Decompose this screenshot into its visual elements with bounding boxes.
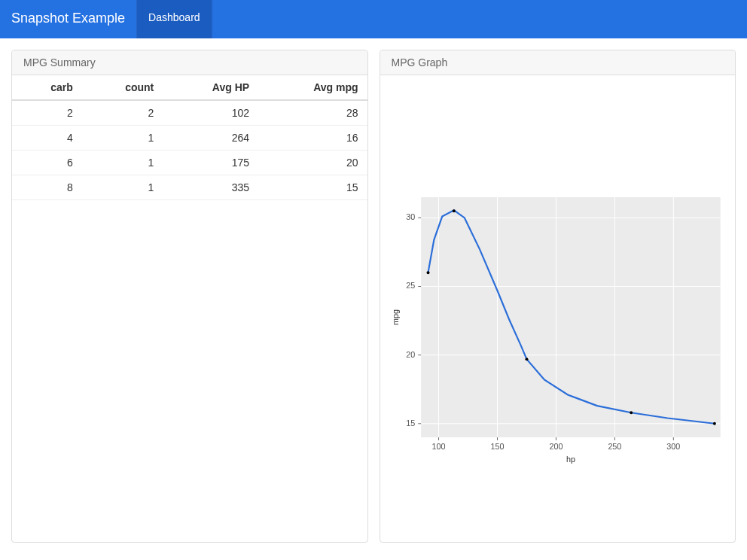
cell-count: 1	[82, 175, 163, 200]
cell-carb: 8	[12, 175, 82, 200]
panel-heading-graph: MPG Graph	[380, 50, 736, 75]
svg-text:25: 25	[406, 281, 415, 290]
cell-avg-hp: 175	[163, 151, 258, 175]
panel-heading-summary: MPG Summary	[12, 50, 367, 75]
table-row: 4 1 264 16	[12, 126, 367, 151]
svg-rect-0	[421, 197, 721, 437]
svg-point-14	[712, 422, 715, 425]
svg-point-12	[525, 358, 528, 361]
panel-mpg-graph: MPG Graph 10015020025030015202530hpmpg	[380, 50, 736, 543]
navbar: Snapshot Example Dashboard	[0, 0, 747, 38]
svg-text:mpg: mpg	[390, 309, 399, 325]
content-row: MPG Summary carb count Avg HP Avg mpg 2 …	[0, 38, 747, 554]
cell-avg-mpg: 28	[258, 100, 367, 126]
plot-container: 10015020025030015202530hpmpg	[380, 75, 736, 542]
svg-text:hp: hp	[566, 455, 575, 464]
panel-body-graph: 10015020025030015202530hpmpg	[380, 75, 736, 542]
cell-avg-mpg: 15	[258, 175, 367, 200]
cell-carb: 2	[12, 100, 82, 126]
cell-carb: 6	[12, 151, 82, 175]
svg-point-10	[426, 271, 429, 274]
svg-text:150: 150	[490, 442, 504, 451]
cell-avg-hp: 264	[163, 126, 258, 151]
table-row: 8 1 335 15	[12, 175, 367, 200]
cell-carb: 4	[12, 126, 82, 151]
panel-mpg-summary: MPG Summary carb count Avg HP Avg mpg 2 …	[11, 50, 368, 543]
svg-text:250: 250	[608, 442, 621, 451]
table-row: 2 2 102 28	[12, 100, 367, 126]
brand-title: Snapshot Example	[0, 0, 136, 38]
cell-count: 2	[82, 100, 163, 126]
cell-avg-hp: 102	[163, 100, 258, 126]
table-row: 6 1 175 20	[12, 151, 367, 175]
svg-point-11	[452, 209, 455, 212]
svg-text:300: 300	[666, 442, 680, 451]
cell-avg-mpg: 16	[258, 126, 367, 151]
col-avg-hp: Avg HP	[163, 75, 258, 100]
svg-point-13	[630, 411, 633, 414]
cell-avg-mpg: 20	[258, 151, 367, 175]
svg-text:20: 20	[406, 350, 415, 359]
cell-avg-hp: 335	[163, 175, 258, 200]
col-avg-mpg: Avg mpg	[258, 75, 367, 100]
mpg-chart: 10015020025030015202530hpmpg	[388, 83, 728, 474]
panel-body-summary: carb count Avg HP Avg mpg 2 2 102 28 4	[12, 75, 367, 542]
svg-text:30: 30	[406, 212, 415, 221]
cell-count: 1	[82, 126, 163, 151]
col-count: count	[82, 75, 163, 100]
cell-count: 1	[82, 151, 163, 175]
col-carb: carb	[12, 75, 82, 100]
svg-text:200: 200	[549, 442, 563, 451]
svg-text:100: 100	[431, 442, 445, 451]
tab-dashboard[interactable]: Dashboard	[136, 0, 212, 38]
svg-text:15: 15	[406, 418, 415, 428]
summary-table: carb count Avg HP Avg mpg 2 2 102 28 4	[12, 75, 367, 200]
